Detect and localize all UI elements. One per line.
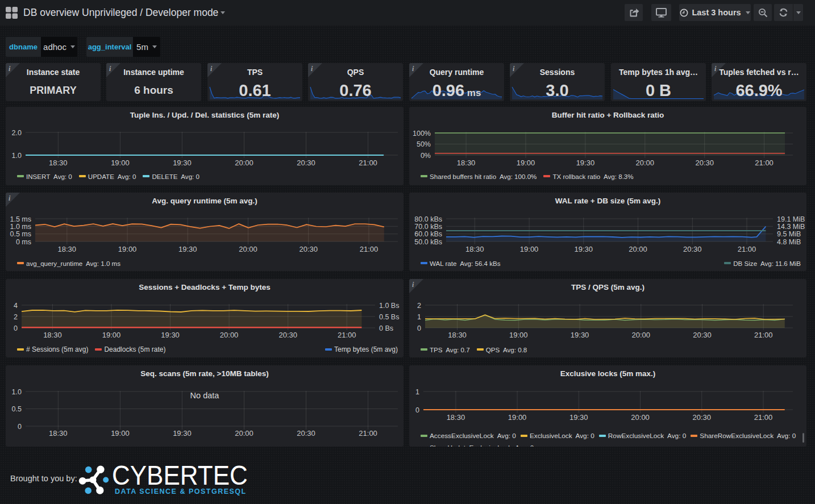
svg-text:0 ms: 0 ms [16, 238, 31, 246]
svg-text:18:30: 18:30 [43, 331, 62, 339]
svg-text:18:30: 18:30 [465, 245, 484, 253]
svg-text:0.5: 0.5 [12, 405, 22, 413]
svg-text:19:30: 19:30 [161, 331, 180, 339]
svg-text:19:00: 19:00 [509, 331, 528, 339]
svg-text:20:00: 20:00 [632, 331, 651, 339]
svg-text:No data: No data [190, 391, 220, 400]
svg-text:0: 0 [415, 406, 419, 414]
svg-text:21:00: 21:00 [755, 159, 774, 167]
svg-text:0.5 Bs: 0.5 Bs [379, 313, 399, 321]
svg-text:1.0: 1.0 [12, 388, 22, 396]
svg-text:0: 0 [18, 423, 22, 431]
svg-text:19:00: 19:00 [508, 413, 527, 422]
svg-text:20:30: 20:30 [693, 331, 712, 339]
svg-text:4: 4 [14, 302, 18, 310]
svg-text:20:00: 20:00 [235, 429, 253, 438]
svg-text:19:30: 19:30 [173, 159, 192, 167]
svg-text:20:00: 20:00 [636, 159, 655, 167]
svg-text:20:00: 20:00 [220, 331, 239, 339]
svg-text:19.1 MiB: 19.1 MiB [777, 215, 805, 223]
svg-text:2: 2 [14, 313, 18, 321]
svg-text:50.0 kBs: 50.0 kBs [414, 238, 442, 246]
svg-text:0 Bs: 0 Bs [379, 324, 393, 332]
svg-text:2.0: 2.0 [12, 129, 22, 137]
svg-text:20:00: 20:00 [239, 245, 257, 253]
svg-text:18:30: 18:30 [58, 245, 77, 253]
svg-text:20:30: 20:30 [695, 159, 714, 167]
svg-text:14.3 MiB: 14.3 MiB [777, 223, 805, 231]
svg-text:20:00: 20:00 [631, 413, 650, 422]
svg-text:20:30: 20:30 [297, 429, 315, 438]
svg-text:19:00: 19:00 [102, 331, 121, 339]
svg-text:19:30: 19:30 [575, 245, 593, 253]
svg-text:20:30: 20:30 [299, 245, 318, 253]
svg-text:19:00: 19:00 [520, 245, 539, 253]
svg-text:1: 1 [415, 388, 419, 396]
svg-text:21:00: 21:00 [738, 245, 756, 253]
svg-text:20:30: 20:30 [693, 413, 712, 422]
svg-text:19:30: 19:30 [576, 159, 595, 167]
svg-text:19:30: 19:30 [571, 331, 589, 339]
svg-text:21:00: 21:00 [338, 331, 356, 339]
svg-text:80.0 kBs: 80.0 kBs [414, 215, 442, 223]
svg-text:9.5 MiB: 9.5 MiB [777, 230, 801, 238]
svg-text:0: 0 [14, 324, 18, 332]
svg-text:0: 0 [417, 324, 421, 332]
svg-text:1.0 Bs: 1.0 Bs [379, 302, 399, 310]
svg-text:19:00: 19:00 [111, 429, 130, 438]
svg-text:20:00: 20:00 [629, 245, 647, 253]
svg-text:19:00: 19:00 [517, 159, 535, 167]
svg-text:50%: 50% [417, 140, 431, 148]
svg-text:20:00: 20:00 [235, 159, 253, 167]
svg-text:19:30: 19:30 [178, 245, 197, 253]
svg-text:19:00: 19:00 [118, 245, 137, 253]
svg-text:21:00: 21:00 [754, 413, 773, 422]
svg-text:18:30: 18:30 [447, 413, 465, 422]
svg-text:19:30: 19:30 [173, 429, 192, 438]
svg-text:4.8 MiB: 4.8 MiB [777, 238, 801, 246]
svg-text:21:00: 21:00 [359, 429, 377, 438]
svg-text:21:00: 21:00 [754, 331, 773, 339]
svg-text:20:30: 20:30 [278, 331, 297, 339]
svg-text:18:30: 18:30 [49, 159, 68, 167]
svg-text:1.0 ms: 1.0 ms [10, 223, 31, 231]
svg-text:1: 1 [417, 313, 421, 321]
svg-text:19:00: 19:00 [111, 159, 130, 167]
svg-text:1.5 ms: 1.5 ms [10, 215, 31, 223]
svg-text:100%: 100% [413, 130, 431, 138]
svg-text:19:30: 19:30 [569, 413, 588, 422]
svg-text:21:00: 21:00 [360, 245, 379, 253]
svg-text:18:30: 18:30 [49, 429, 68, 438]
svg-text:0.5 ms: 0.5 ms [10, 230, 31, 238]
svg-text:0%: 0% [421, 152, 431, 160]
svg-text:70.0 kBs: 70.0 kBs [414, 223, 442, 231]
svg-text:60.0 kBs: 60.0 kBs [414, 230, 442, 238]
svg-text:2: 2 [417, 302, 421, 310]
svg-text:18:30: 18:30 [448, 331, 467, 339]
svg-text:20:30: 20:30 [683, 245, 702, 253]
svg-text:20:30: 20:30 [297, 159, 315, 167]
svg-text:18:30: 18:30 [457, 159, 476, 167]
svg-text:1.0: 1.0 [12, 152, 22, 160]
svg-text:21:00: 21:00 [359, 159, 377, 167]
